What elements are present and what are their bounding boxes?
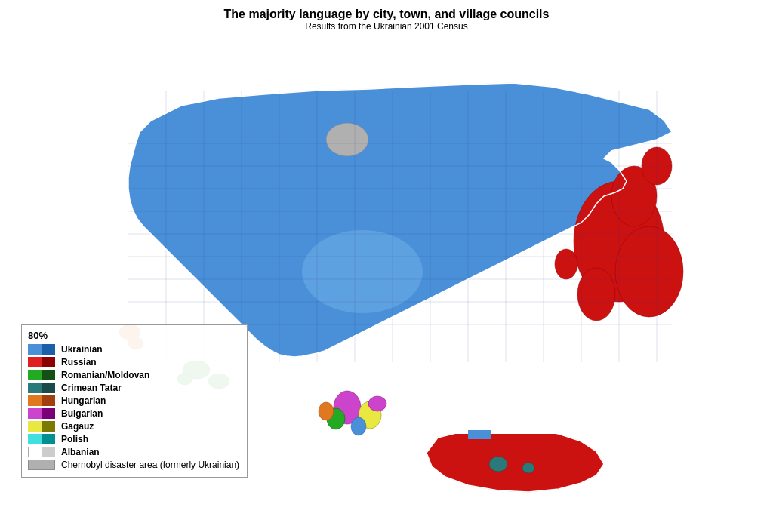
title-area: The majority language by city, town, and…: [0, 0, 773, 32]
legend-swatch-polish: [28, 434, 55, 444]
legend-swatch-ukrainian: [28, 344, 55, 355]
legend-label-chernobyl: Chernobyl disaster area (formerly Ukrain…: [61, 460, 239, 470]
legend-swatch-albanian: [28, 447, 55, 457]
page-container: The majority language by city, town, and…: [0, 0, 773, 532]
legend-swatch-bulgarian: [28, 408, 55, 419]
legend-label-gagauz: Gagauz: [61, 421, 94, 432]
legend-label-hungarian: Hungarian: [61, 395, 106, 406]
legend-item-romanian: Romanian/Moldovan: [28, 370, 239, 380]
svg-point-17: [351, 417, 366, 435]
legend-label-russian: Russian: [61, 357, 97, 367]
main-title: The majority language by city, town, and…: [0, 8, 773, 21]
legend-item-crimean-tatar: Crimean Tatar: [28, 383, 239, 393]
map-area: 80% Ukrainian Russian: [0, 30, 773, 532]
legend-item-bulgarian: Bulgarian: [28, 408, 239, 419]
svg-point-18: [368, 396, 386, 411]
sub-title: Results from the Ukrainian 2001 Census: [0, 21, 773, 32]
legend-item-albanian: Albanian: [28, 447, 239, 457]
legend-swatch-russian: [28, 357, 55, 367]
legend-percent-label: 80%: [28, 330, 239, 341]
legend-swatch-gagauz: [28, 421, 55, 432]
legend-item-gagauz: Gagauz: [28, 421, 239, 432]
svg-point-3: [615, 226, 683, 317]
legend: 80% Ukrainian Russian: [21, 324, 248, 478]
legend-item-russian: Russian: [28, 357, 239, 367]
legend-label-polish: Polish: [61, 434, 88, 444]
svg-rect-49: [419, 377, 608, 434]
legend-label-bulgarian: Bulgarian: [61, 408, 103, 419]
legend-item-chernobyl: Chernobyl disaster area (formerly Ukrain…: [28, 460, 239, 470]
svg-point-21: [302, 230, 423, 313]
legend-item-polish: Polish: [28, 434, 239, 444]
legend-item-hungarian: Hungarian: [28, 395, 239, 406]
legend-swatch-hungarian: [28, 395, 55, 406]
legend-swatch-chernobyl: [28, 460, 55, 470]
svg-point-7: [555, 249, 577, 279]
legend-label-ukrainian: Ukrainian: [61, 344, 103, 355]
svg-rect-50: [468, 430, 491, 439]
legend-swatch-crimean-tatar: [28, 383, 55, 393]
svg-point-22: [489, 457, 507, 472]
legend-label-albanian: Albanian: [61, 447, 100, 457]
legend-swatch-romanian: [28, 370, 55, 380]
svg-point-19: [319, 402, 334, 420]
legend-label-romanian: Romanian/Moldovan: [61, 370, 149, 380]
legend-label-crimean-tatar: Crimean Tatar: [61, 383, 122, 393]
legend-item-ukrainian: Ukrainian: [28, 344, 239, 355]
svg-point-5: [577, 268, 615, 321]
svg-point-23: [522, 463, 534, 473]
svg-point-20: [326, 123, 368, 156]
